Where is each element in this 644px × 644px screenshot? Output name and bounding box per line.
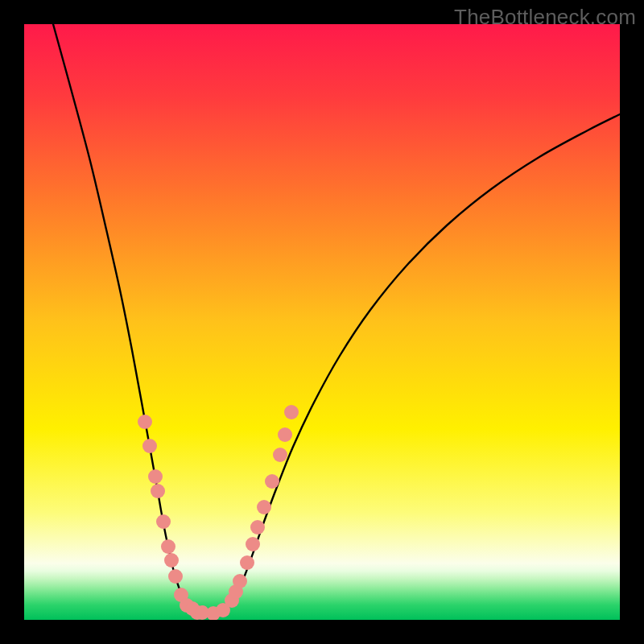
marker-right-2 bbox=[233, 574, 247, 588]
gradient-background bbox=[24, 24, 620, 620]
marker-right-9 bbox=[278, 427, 292, 442]
marker-right-8 bbox=[273, 448, 287, 462]
chart-frame: TheBottleneck.com bbox=[0, 0, 644, 644]
marker-right-3 bbox=[240, 555, 254, 570]
watermark-text: TheBottleneck.com bbox=[454, 5, 636, 30]
marker-bottom-3 bbox=[216, 603, 230, 617]
marker-right-6 bbox=[257, 500, 271, 514]
marker-left-2 bbox=[148, 469, 163, 484]
bottleneck-chart bbox=[24, 24, 620, 620]
marker-left-4 bbox=[156, 514, 171, 529]
marker-right-4 bbox=[246, 537, 260, 551]
marker-left-0 bbox=[138, 415, 152, 429]
marker-left-1 bbox=[142, 439, 157, 453]
marker-right-10 bbox=[284, 405, 299, 419]
marker-left-6 bbox=[164, 553, 179, 568]
marker-right-7 bbox=[265, 474, 279, 489]
marker-left-3 bbox=[151, 484, 165, 498]
plot-area bbox=[24, 24, 620, 620]
marker-left-7 bbox=[168, 569, 183, 584]
marker-left-5 bbox=[161, 539, 175, 554]
marker-right-5 bbox=[250, 520, 265, 535]
